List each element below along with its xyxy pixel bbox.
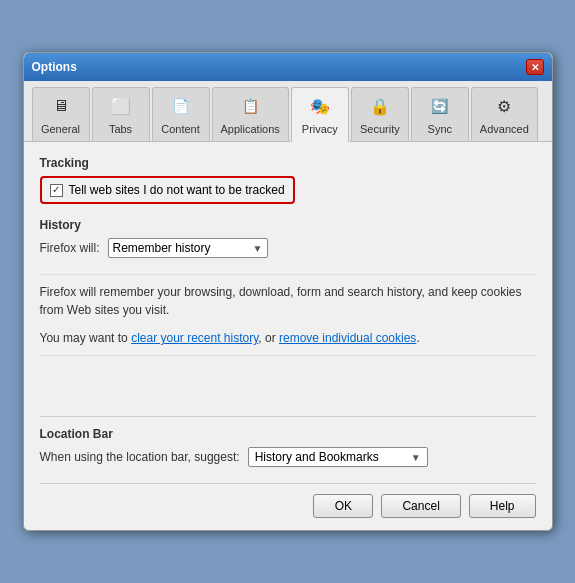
location-bar-dropdown[interactable]: History and Bookmarks ▼	[248, 447, 428, 467]
tab-tabs-label: Tabs	[109, 123, 132, 135]
general-icon	[47, 92, 75, 120]
tracking-checkbox-label: Tell web sites I do not want to be track…	[69, 183, 285, 197]
tracking-box: ✓ Tell web sites I do not want to be tra…	[40, 176, 295, 204]
content-icon	[167, 92, 195, 120]
history-dropdown-value: Remember history	[113, 241, 211, 255]
checkbox-check: ✓	[52, 185, 60, 195]
tab-content[interactable]: Content	[152, 87, 210, 141]
window-title: Options	[32, 60, 77, 74]
location-bar-section: Location Bar When using the location bar…	[40, 416, 536, 467]
applications-icon	[236, 92, 264, 120]
tab-applications[interactable]: Applications	[212, 87, 289, 141]
tab-sync[interactable]: Sync	[411, 87, 469, 141]
history-description: Firefox will remember your browsing, dow…	[40, 283, 536, 319]
history-dropdown[interactable]: Remember history ▼	[108, 238, 268, 258]
tab-privacy-label: Privacy	[302, 123, 338, 135]
tab-advanced[interactable]: Advanced	[471, 87, 538, 141]
options-window: Options ✕ General Tabs Content Applicati…	[23, 52, 553, 531]
location-when-label: When using the location bar, suggest:	[40, 450, 240, 464]
security-icon	[366, 92, 394, 120]
link-sentence: You may want to clear your recent histor…	[40, 329, 536, 347]
tab-applications-label: Applications	[221, 123, 280, 135]
ok-button[interactable]: OK	[313, 494, 373, 518]
tab-security[interactable]: Security	[351, 87, 409, 141]
spacer	[40, 366, 536, 406]
help-button[interactable]: Help	[469, 494, 536, 518]
content-area: Tracking ✓ Tell web sites I do not want …	[24, 142, 552, 530]
tabs-icon	[107, 92, 135, 120]
remove-cookies-link[interactable]: remove individual cookies	[279, 331, 416, 345]
tab-content-label: Content	[161, 123, 200, 135]
location-row: When using the location bar, suggest: Hi…	[40, 447, 536, 467]
sync-icon	[426, 92, 454, 120]
cancel-button[interactable]: Cancel	[381, 494, 460, 518]
clear-history-link[interactable]: clear your recent history	[131, 331, 258, 345]
location-dropdown-value: History and Bookmarks	[255, 450, 379, 464]
tracking-checkbox[interactable]: ✓	[50, 184, 63, 197]
location-dropdown-arrow-icon: ▼	[411, 452, 421, 463]
tabs-bar: General Tabs Content Applications Privac…	[24, 81, 552, 142]
title-bar: Options ✕	[24, 53, 552, 81]
link-sentence-start: You may want to	[40, 331, 132, 345]
firefox-will-label: Firefox will:	[40, 241, 100, 255]
tab-tabs[interactable]: Tabs	[92, 87, 150, 141]
buttons-row: OK Cancel Help	[40, 483, 536, 518]
tab-sync-label: Sync	[428, 123, 452, 135]
tab-general-label: General	[41, 123, 80, 135]
tab-privacy[interactable]: Privacy	[291, 87, 349, 142]
tab-general[interactable]: General	[32, 87, 90, 141]
link-sentence-mid: , or	[258, 331, 279, 345]
close-button[interactable]: ✕	[526, 59, 544, 75]
history-row: Firefox will: Remember history ▼	[40, 238, 536, 258]
title-bar-controls: ✕	[526, 59, 544, 75]
dropdown-arrow-icon: ▼	[253, 243, 263, 254]
tab-security-label: Security	[360, 123, 400, 135]
history-section-label: History	[40, 218, 536, 232]
advanced-icon	[490, 92, 518, 120]
description-area: Firefox will remember your browsing, dow…	[40, 274, 536, 356]
privacy-icon	[306, 92, 334, 120]
link-sentence-end: .	[416, 331, 419, 345]
tracking-section-label: Tracking	[40, 156, 536, 170]
tab-advanced-label: Advanced	[480, 123, 529, 135]
location-bar-section-label: Location Bar	[40, 427, 536, 441]
